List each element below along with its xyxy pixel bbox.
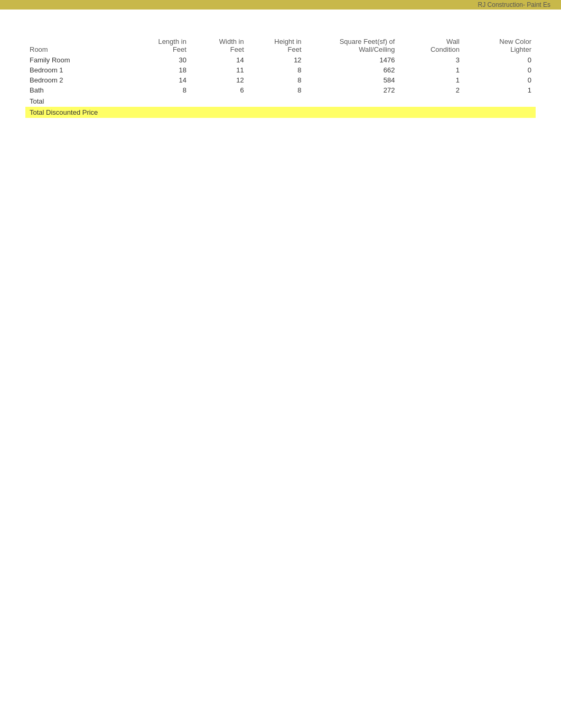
cell-room: Bedroom 2 (25, 75, 126, 85)
cell-length: 8 (126, 85, 190, 95)
cell-room: Bath (25, 85, 126, 95)
col-header-wall: Wall Condition (399, 36, 463, 55)
cell-height: 12 (248, 55, 306, 65)
cell-sqft: 662 (306, 65, 399, 75)
cell-height: 8 (248, 65, 306, 75)
cell-color: 0 (464, 65, 536, 75)
table-row: Bedroom 1 18 11 8 662 1 0 (25, 65, 536, 75)
table-row: Bath 8 6 8 272 2 1 (25, 85, 536, 95)
cell-length: 18 (126, 65, 190, 75)
col-header-color: New Color Lighter (464, 36, 536, 55)
cell-sqft: 1476 (306, 55, 399, 65)
col-header-length: Length in Feet (126, 36, 190, 55)
cell-wall: 2 (399, 85, 463, 95)
cell-wall: 1 (399, 65, 463, 75)
cell-height: 8 (248, 85, 306, 95)
table-row: Bedroom 2 14 12 8 584 1 0 (25, 75, 536, 85)
cell-sqft: 584 (306, 75, 399, 85)
table-row: Family Room 30 14 12 1476 3 0 (25, 55, 536, 65)
total-discounted-row: Total Discounted Price (25, 107, 536, 118)
cell-width: 14 (191, 55, 248, 65)
cell-room: Bedroom 1 (25, 65, 126, 75)
cell-wall: 3 (399, 55, 463, 65)
cell-height: 8 (248, 75, 306, 85)
company-name: RJ Construction- Paint Es (478, 1, 550, 8)
total-row: Total (25, 95, 536, 107)
cell-length: 30 (126, 55, 190, 65)
cell-room: Family Room (25, 55, 126, 65)
cell-width: 12 (191, 75, 248, 85)
page-content: Room Length in Feet Width in Feet Height… (0, 10, 561, 139)
cell-sqft: 272 (306, 85, 399, 95)
col-header-height: Height in Feet (248, 36, 306, 55)
total-discounted-label: Total Discounted Price (25, 107, 126, 118)
col-header-width: Width in Feet (191, 36, 248, 55)
total-label: Total (25, 95, 126, 107)
cell-color: 1 (464, 85, 536, 95)
cell-color: 0 (464, 55, 536, 65)
cell-color: 0 (464, 75, 536, 85)
cell-width: 11 (191, 65, 248, 75)
col-header-room: Room (25, 36, 126, 55)
cell-wall: 1 (399, 75, 463, 85)
cell-length: 14 (126, 75, 190, 85)
header-bar: RJ Construction- Paint Es (0, 0, 561, 10)
table-header-row: Room Length in Feet Width in Feet Height… (25, 36, 536, 55)
data-table: Room Length in Feet Width in Feet Height… (25, 36, 536, 118)
col-header-sqft: Square Feet(sf) of Wall/Ceiling (306, 36, 399, 55)
cell-width: 6 (191, 85, 248, 95)
